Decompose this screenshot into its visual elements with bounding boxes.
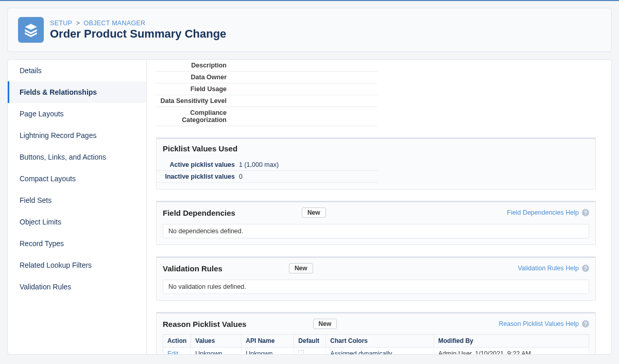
sidebar-item-label: Fields & Relationships — [20, 88, 97, 96]
sidebar-item-object-limits[interactable]: Object Limits — [8, 211, 146, 233]
object-icon — [18, 17, 44, 43]
help-link-reason-picklist[interactable]: Reason Picklist Values Help — [499, 320, 579, 327]
value-field-usage — [231, 83, 377, 95]
sidebar-item-field-sets[interactable]: Field Sets — [8, 189, 146, 211]
cell-values: Unknown — [191, 348, 242, 355]
table-row: Edit Unknown Unknown Assigned dynamicall… — [163, 348, 589, 355]
new-button[interactable]: New — [313, 319, 337, 329]
label-inactive-count: Inactive picklist values — [157, 171, 239, 183]
table-row: Field Usage — [156, 83, 377, 95]
section-picklist-values-used: Picklist Values Used Active picklist val… — [156, 137, 596, 189]
sidebar-item-label: Details — [20, 66, 42, 75]
new-button[interactable]: New — [302, 207, 326, 218]
col-action: Action — [163, 335, 191, 348]
sidebar-item-label: Field Sets — [20, 196, 51, 204]
section-title: Reason Picklist Values — [163, 320, 247, 328]
table-row: Inactive picklist values0 — [157, 171, 378, 183]
help-icon[interactable]: ? — [582, 209, 589, 216]
sidebar-item-label: Object Limits — [20, 218, 61, 226]
cell-modified-by: Admin User, 1/10/2021, 9:22 AM — [434, 348, 589, 355]
label-data-sensitivity: Data Sensitivity Level — [156, 95, 231, 107]
sidebar-item-related-lookup-filters[interactable]: Related Lookup Filters — [8, 254, 146, 276]
sidebar-item-record-types[interactable]: Record Types — [8, 233, 146, 254]
cell-chart-colors: Assigned dynamically — [326, 348, 434, 355]
sidebar-item-label: Buttons, Links, and Actions — [20, 153, 106, 161]
label-active-count: Active picklist values — [157, 159, 239, 171]
table-row: Description — [156, 60, 377, 72]
breadcrumb-sep: > — [76, 20, 80, 27]
page-title: Order Product Summary Change — [50, 27, 226, 41]
sidebar-item-label: Page Layouts — [20, 110, 64, 118]
col-api-name: API Name — [242, 335, 294, 348]
sidebar: Details Fields & Relationships Page Layo… — [7, 59, 146, 355]
section-title: Field Dependencies — [163, 209, 235, 217]
sidebar-item-fields-relationships[interactable]: Fields & Relationships — [8, 81, 146, 103]
value-compliance — [231, 107, 377, 126]
breadcrumb-setup[interactable]: SETUP — [50, 20, 72, 27]
section-title: Picklist Values Used — [163, 144, 237, 156]
new-button[interactable]: New — [289, 263, 313, 273]
sidebar-item-details[interactable]: Details — [8, 60, 146, 81]
breadcrumb: SETUP > OBJECT MANAGER — [50, 20, 226, 27]
section-reason-picklist-values: Reason Picklist Values New Reason Pickli… — [156, 312, 596, 355]
layers-icon — [24, 23, 38, 37]
sidebar-item-validation-rules[interactable]: Validation Rules — [8, 276, 146, 298]
col-modified-by: Modified By — [434, 335, 589, 348]
help-link-field-dependencies[interactable]: Field Dependencies Help — [507, 209, 579, 216]
sidebar-item-label: Compact Layouts — [20, 175, 76, 183]
value-inactive-count: 0 — [239, 171, 378, 183]
table-row: Data Owner — [156, 72, 377, 83]
label-field-usage: Field Usage — [156, 83, 231, 95]
header-text: SETUP > OBJECT MANAGER Order Product Sum… — [50, 20, 226, 41]
cell-default — [294, 348, 326, 355]
help-icon[interactable]: ? — [582, 265, 589, 272]
modified-by-date: , 1/10/2021, 9:22 AM — [472, 350, 531, 355]
sidebar-item-label: Lightning Record Pages — [20, 131, 96, 140]
sidebar-item-lightning-record-pages[interactable]: Lightning Record Pages — [8, 125, 146, 146]
label-data-owner: Data Owner — [156, 72, 231, 83]
label-description: Description — [156, 60, 231, 72]
value-description — [231, 60, 377, 72]
breadcrumb-object-manager[interactable]: OBJECT MANAGER — [83, 20, 145, 27]
section-validation-rules: Validation Rules New Validation Rules He… — [156, 256, 596, 301]
col-default: Default — [294, 335, 326, 348]
value-data-owner — [231, 72, 377, 83]
cell-api-name: Unknown — [242, 348, 294, 355]
sidebar-item-buttons-links-actions[interactable]: Buttons, Links, and Actions — [8, 146, 146, 168]
sidebar-item-label: Validation Rules — [20, 283, 71, 291]
value-data-sensitivity — [231, 95, 377, 107]
help-link-validation-rules[interactable]: Validation Rules Help — [518, 265, 579, 272]
table-row: Active picklist values1 (1,000 max) — [157, 159, 378, 171]
content-pane: Description Data Owner Field Usage Data … — [146, 59, 612, 355]
sidebar-item-label: Related Lookup Filters — [20, 261, 92, 269]
label-compliance: Compliance Categorization — [156, 107, 231, 126]
modified-by-user[interactable]: Admin User — [438, 350, 472, 355]
picklist-counts-table: Active picklist values1 (1,000 max) Inac… — [157, 159, 378, 183]
value-active-count: 1 (1,000 max) — [239, 159, 378, 171]
page-header: SETUP > OBJECT MANAGER Order Product Sum… — [7, 8, 612, 52]
empty-message: No validation rules defined. — [163, 280, 589, 294]
section-title: Validation Rules — [163, 264, 222, 273]
section-field-dependencies: Field Dependencies New Field Dependencie… — [156, 201, 596, 245]
edit-link[interactable]: Edit — [167, 350, 179, 355]
table-row: Compliance Categorization — [156, 107, 377, 126]
empty-message: No dependencies defined. — [163, 224, 589, 238]
help-icon[interactable]: ? — [582, 320, 589, 327]
default-indicator-icon — [298, 350, 304, 355]
field-detail-table: Description Data Owner Field Usage Data … — [156, 60, 377, 126]
table-header-row: Action Values API Name Default Chart Col… — [163, 335, 589, 348]
reason-values-table: Action Values API Name Default Chart Col… — [163, 334, 589, 355]
col-values: Values — [191, 335, 242, 348]
sidebar-item-page-layouts[interactable]: Page Layouts — [8, 103, 146, 125]
col-chart-colors: Chart Colors — [326, 335, 434, 348]
table-row: Data Sensitivity Level — [156, 95, 377, 107]
sidebar-item-label: Record Types — [20, 239, 64, 248]
sidebar-item-compact-layouts[interactable]: Compact Layouts — [8, 168, 146, 189]
